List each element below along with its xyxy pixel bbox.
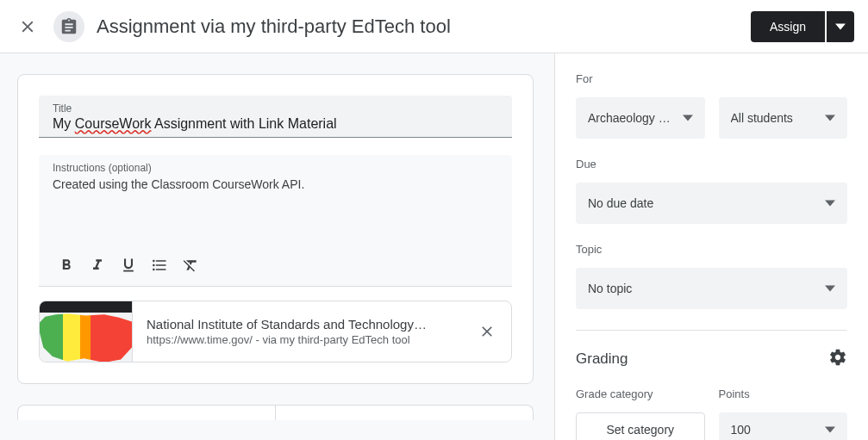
bottom-right[interactable] — [276, 406, 533, 420]
grading-settings-button[interactable] — [828, 348, 847, 370]
class-select[interactable]: Archaeology … — [576, 97, 705, 139]
main-panel: Title My CourseWork Assignment with Link… — [0, 53, 554, 440]
title-label: Title — [53, 102, 498, 115]
instructions-input[interactable]: Created using the Classroom CourseWork A… — [53, 174, 498, 246]
due-label: Due — [576, 158, 847, 170]
chevron-down-icon — [825, 283, 835, 294]
set-category-button[interactable]: Set category — [576, 412, 705, 440]
students-select[interactable]: All students — [719, 97, 848, 139]
italic-button[interactable] — [84, 251, 111, 279]
instructions-label: Instructions (optional) — [53, 162, 498, 174]
assignment-icon — [53, 11, 84, 42]
chevron-down-icon — [683, 113, 693, 123]
grade-category-label: Grade category — [576, 387, 705, 400]
body: Title My CourseWork Assignment with Link… — [0, 53, 868, 440]
attachment-body: National Institute of Standards and Tech… — [133, 317, 463, 346]
gear-icon — [828, 348, 847, 367]
underline-icon — [120, 257, 137, 274]
for-label: For — [576, 72, 847, 85]
attachment-title: National Institute of Standards and Tech… — [147, 317, 449, 332]
due-select-value: No due date — [588, 196, 653, 210]
attachment-url: https://www.time.gov/ — [147, 333, 253, 346]
clear-format-icon — [182, 257, 199, 274]
bottom-toolbar — [17, 405, 534, 420]
chevron-down-icon — [835, 22, 846, 32]
italic-icon — [89, 257, 106, 274]
divider — [576, 330, 847, 331]
bold-icon — [58, 257, 75, 274]
format-toolbar — [53, 246, 498, 286]
chevron-down-icon — [825, 113, 835, 123]
clear-format-button[interactable] — [177, 251, 204, 279]
close-icon — [478, 323, 496, 340]
underline-button[interactable] — [115, 251, 142, 279]
bold-button[interactable] — [53, 251, 80, 279]
bullet-list-button[interactable] — [146, 251, 173, 279]
bottom-left[interactable] — [18, 406, 276, 420]
attachment-via: - via my third-party EdTech tool — [253, 333, 410, 346]
chevron-down-icon — [825, 425, 835, 435]
points-label: Points — [719, 387, 848, 400]
title-field[interactable]: Title My CourseWork Assignment with Link… — [39, 96, 512, 138]
close-icon — [18, 17, 37, 36]
topic-select-value: No topic — [588, 282, 632, 295]
header: Assignment via my third-party EdTech too… — [0, 0, 868, 53]
topic-select[interactable]: No topic — [576, 268, 847, 309]
attachment-subtitle: https://www.time.gov/ - via my third-par… — [147, 333, 449, 346]
topic-label: Topic — [576, 243, 847, 256]
assignment-card: Title My CourseWork Assignment with Link… — [17, 74, 534, 384]
bullet-list-icon — [151, 257, 168, 274]
page-title: Assignment via my third-party EdTech too… — [97, 15, 751, 38]
class-select-value: Archaeology … — [588, 111, 671, 125]
instructions-field[interactable]: Instructions (optional) Created using th… — [39, 155, 512, 287]
points-select[interactable]: 100 — [719, 412, 848, 440]
remove-attachment-button[interactable] — [463, 323, 511, 340]
close-button[interactable] — [10, 9, 45, 44]
sidebar: For Archaeology … All students Due No du… — [554, 53, 868, 440]
title-input[interactable]: My CourseWork Assignment with Link Mater… — [53, 115, 498, 132]
attachment-card[interactable]: National Institute of Standards and Tech… — [39, 301, 512, 363]
students-select-value: All students — [731, 111, 793, 125]
points-value: 100 — [731, 423, 751, 437]
assign-button[interactable]: Assign — [751, 11, 825, 42]
assign-dropdown-button[interactable] — [827, 11, 854, 42]
grading-heading: Grading — [576, 350, 628, 368]
due-select[interactable]: No due date — [576, 183, 847, 224]
attachment-thumbnail — [40, 301, 133, 363]
assign-button-group: Assign — [751, 11, 854, 42]
chevron-down-icon — [825, 198, 835, 208]
